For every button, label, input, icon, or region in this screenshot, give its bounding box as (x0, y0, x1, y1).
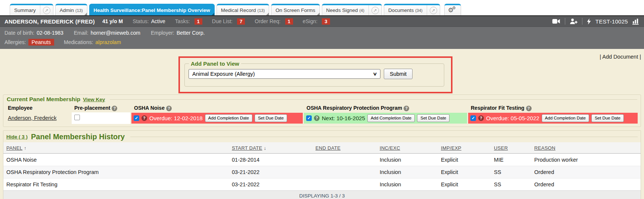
sort-link[interactable]: START DATE (232, 145, 262, 151)
add-document-link[interactable]: Add Document (602, 54, 638, 60)
tab-count: (13) (258, 8, 265, 13)
help-icon[interactable]: ? (166, 106, 172, 111)
tab-on-screen-forms[interactable]: On Screen Forms (271, 4, 320, 15)
set-due-date-button[interactable]: Set Due Date (591, 114, 624, 122)
check-icon: ✓ (307, 116, 311, 121)
tab-summary[interactable]: Summary ↗ (10, 4, 53, 15)
reason-cell: Ordered (531, 166, 641, 178)
video-camera-icon[interactable] (552, 19, 560, 24)
column-header-respirator-fit: Respirator Fit Testing ? (468, 103, 639, 112)
bar-chart-icon[interactable] (632, 18, 640, 25)
tab-label: Needs Signed (326, 7, 358, 13)
main-content: | Add Document | Add Panel to View Anima… (0, 49, 644, 199)
tab-medical-record[interactable]: Medical Record (13) (217, 4, 269, 15)
status-text: Overdue: 12-02-2018 (149, 115, 203, 121)
start-date-cell: 03-21-2022 (229, 178, 312, 191)
view-key-link[interactable]: View Key (83, 97, 105, 102)
panel-checkbox[interactable]: ✓ (470, 115, 476, 121)
tab-documents[interactable]: Documents (34) ↗ (384, 4, 440, 15)
hide-link[interactable]: Hide ( 3 ) (6, 134, 28, 140)
panel-checkbox[interactable]: ✓ (134, 115, 139, 121)
panel-select[interactable]: Animal Exposure (Allergy) ∨ (189, 69, 380, 79)
add-completion-date-button[interactable]: Add Completion Date (367, 114, 415, 122)
add-person-icon[interactable] (570, 18, 578, 24)
status-value: Active (151, 18, 165, 24)
pipe: | (638, 54, 641, 60)
column-header-start-date: START DATE ↓ (229, 142, 312, 153)
tab-admin[interactable]: Admin (13) (55, 4, 87, 15)
start-date-cell: 03-21-2022 (229, 166, 312, 178)
tasks-count-badge[interactable]: 1 (195, 18, 202, 25)
pre-placement-checkbox[interactable] (74, 115, 80, 120)
help-icon[interactable]: ? (526, 106, 532, 111)
patient-name: ANDERSON, FREDERICK (FRED) (4, 18, 95, 25)
divider (110, 99, 637, 100)
sort-link[interactable]: INC/EXC (380, 145, 400, 151)
employer-value: Better Corp. (177, 30, 205, 36)
user-cell: MIE (491, 153, 531, 166)
patient-id: TEST-10025 (595, 18, 628, 25)
tab-health-surveillance-panel-membership-overview[interactable]: Health Surveillance:Panel Membership Ove… (89, 4, 215, 15)
help-icon[interactable]: ? (314, 115, 320, 121)
help-icon[interactable]: ? (112, 106, 117, 111)
help-icon[interactable]: ? (141, 115, 147, 121)
osha-respiratory-status-cell: ✓ ? Next: 10-16-2025 Add Completion Date… (304, 112, 468, 124)
panel-checkbox[interactable]: ✓ (306, 115, 312, 121)
sort-link[interactable]: PANEL (6, 145, 22, 151)
email-label: Email: (74, 30, 88, 36)
inc-exc-cell: Inclusion (377, 166, 438, 178)
esign-label: eSign: (303, 18, 318, 24)
tab-label: Summary (14, 7, 36, 13)
help-icon[interactable]: ? (404, 106, 409, 111)
tab-label: Admin (60, 7, 74, 13)
employee-link[interactable]: Anderson, Frederick (8, 115, 57, 121)
membership-row: Anderson, Frederick ✓ ? Overdue: 12-02-2… (5, 112, 639, 124)
status-text: Next: 10-16-2025 (322, 115, 365, 121)
external-link-icon: ↗ (371, 7, 379, 14)
user-cell: SS (491, 178, 531, 191)
tab-needs-signed[interactable]: Needs Signed (4) ↗ (322, 4, 382, 15)
esign-count-badge[interactable]: 3 (322, 18, 330, 25)
pre-placement-cell (72, 112, 131, 124)
section-title: Panel Membership History (31, 133, 125, 141)
due-list-count-badge[interactable]: 7 (237, 18, 245, 25)
gears-icon: ⚙ (452, 6, 456, 10)
set-due-date-button[interactable]: Set Due Date (255, 114, 287, 122)
open-new-window-button[interactable]: ↗ (427, 5, 440, 15)
tab-count: (13) (75, 8, 83, 13)
add-completion-date-button[interactable]: Add Completion Date (542, 114, 589, 122)
dob-label: Date of birth: (4, 30, 34, 36)
check-icon: ✓ (472, 116, 475, 121)
open-new-window-button[interactable]: ↗ (368, 5, 382, 15)
check-icon: ✓ (135, 116, 138, 121)
order-req-count-badge[interactable]: 1 (285, 18, 293, 25)
open-new-window-button[interactable]: ↗ (40, 5, 53, 15)
allergy-badge[interactable]: Peanuts (28, 39, 54, 46)
user-cell: SS (491, 166, 531, 178)
dropdown-corner-icon (266, 13, 269, 15)
column-header-pre-placement: Pre-placement ? (72, 103, 131, 112)
add-panel-fieldset: Add Panel to View Animal Exposure (Aller… (184, 60, 444, 87)
sort-link[interactable]: REASON (534, 145, 556, 151)
add-completion-date-button[interactable]: Add Completion Date (205, 114, 252, 122)
divider (582, 18, 582, 25)
sort-link[interactable]: USER (494, 145, 508, 151)
dropdown-corner-icon (84, 13, 87, 15)
divider (130, 137, 638, 137)
tab-settings[interactable]: ⚙ ⚙ (444, 4, 461, 15)
sort-link[interactable]: IMP/EXP (441, 145, 461, 151)
set-due-date-button[interactable]: Set Due Date (417, 114, 449, 122)
sort-link[interactable]: END DATE (315, 145, 340, 151)
submit-button[interactable]: Submit (384, 69, 413, 79)
panel-select-value: Animal Exposure (Allergy) (192, 71, 255, 77)
chevron-down-icon: ∨ (373, 71, 377, 77)
tab-label: Health Surveillance:Panel Membership Ove… (94, 7, 210, 13)
medications-value[interactable]: alprazolam (96, 39, 121, 45)
tab-label: Medical Record (221, 7, 256, 13)
column-header-inc-exc: INC/EXC (377, 142, 438, 153)
help-icon[interactable]: ? (478, 115, 484, 121)
tab-label: Documents (388, 7, 414, 13)
add-document-area: | Add Document | (600, 54, 641, 60)
tasks-label: Tasks: (175, 18, 190, 24)
lightning-bolt-icon[interactable] (587, 18, 591, 25)
